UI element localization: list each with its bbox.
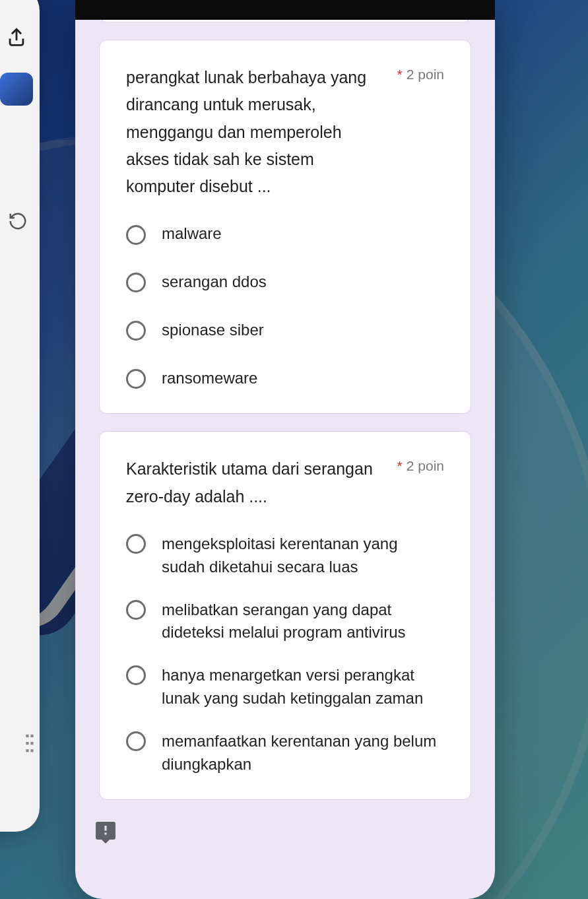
app-thumbnail (0, 73, 33, 106)
radio-icon[interactable] (126, 665, 146, 685)
form-scroll-area[interactable]: perangkat lunak berbahaya yang dirancang… (75, 20, 495, 899)
option-label: malware (162, 222, 222, 246)
option-label: memanfaatkan kerentanan yang belum diung… (162, 730, 444, 776)
form-panel: perangkat lunak berbahaya yang dirancang… (75, 0, 495, 899)
question-meta: *2 poin (397, 64, 444, 83)
status-bar (75, 0, 495, 20)
question-meta: *2 poin (397, 455, 444, 474)
refresh-icon[interactable] (8, 211, 28, 231)
svg-rect-3 (30, 742, 33, 745)
option-label: hanya menargetkan versi perangkat lunak … (162, 664, 444, 710)
option-row[interactable]: mengeksploitasi kerentanan yang sudah di… (126, 533, 444, 579)
option-row[interactable]: memanfaatkan kerentanan yang belum diung… (126, 730, 444, 776)
previous-question-card (99, 20, 471, 22)
question-card: Karakteristik utama dari serangan zero-d… (99, 431, 471, 800)
options-group: mengeksploitasi kerentanan yang sudah di… (126, 533, 444, 776)
background-app-card[interactable] (0, 0, 40, 832)
question-text: perangkat lunak berbahaya yang dirancang… (126, 64, 385, 200)
option-row[interactable]: malware (126, 222, 444, 246)
radio-icon[interactable] (126, 600, 146, 620)
svg-rect-4 (26, 749, 28, 752)
question-points: 2 poin (407, 458, 444, 473)
svg-rect-0 (26, 735, 28, 737)
option-label: spionase siber (162, 319, 264, 342)
option-label: mengeksploitasi kerentanan yang sudah di… (162, 533, 444, 579)
radio-icon[interactable] (126, 369, 146, 389)
option-row[interactable]: melibatkan serangan yang dapat dideteksi… (126, 599, 444, 645)
radio-icon[interactable] (126, 225, 146, 245)
option-row[interactable]: hanya menargetkan versi perangkat lunak … (126, 664, 444, 710)
options-group: malware serangan ddos spionase siber ran… (126, 222, 444, 389)
option-row[interactable]: ransomeware (126, 367, 444, 390)
required-indicator: * (397, 67, 403, 82)
question-text: Karakteristik utama dari serangan zero-d… (126, 455, 385, 510)
question-header: perangkat lunak berbahaya yang dirancang… (126, 64, 444, 200)
required-indicator: * (397, 458, 403, 473)
option-label: melibatkan serangan yang dapat dideteksi… (162, 599, 444, 645)
drag-handle-icon[interactable] (25, 733, 34, 752)
svg-rect-1 (30, 735, 33, 737)
svg-rect-5 (30, 749, 33, 752)
question-points: 2 poin (407, 67, 444, 82)
option-label: ransomeware (162, 367, 257, 390)
svg-rect-2 (26, 742, 28, 745)
option-label: serangan ddos (162, 271, 267, 294)
report-icon[interactable] (94, 820, 117, 841)
share-icon[interactable] (5, 26, 28, 49)
option-row[interactable]: spionase siber (126, 319, 444, 342)
question-card: perangkat lunak berbahaya yang dirancang… (99, 40, 471, 414)
radio-icon[interactable] (126, 534, 146, 554)
radio-icon[interactable] (126, 731, 146, 751)
radio-icon[interactable] (126, 321, 146, 341)
radio-icon[interactable] (126, 273, 146, 292)
question-header: Karakteristik utama dari serangan zero-d… (126, 455, 444, 510)
option-row[interactable]: serangan ddos (126, 271, 444, 294)
